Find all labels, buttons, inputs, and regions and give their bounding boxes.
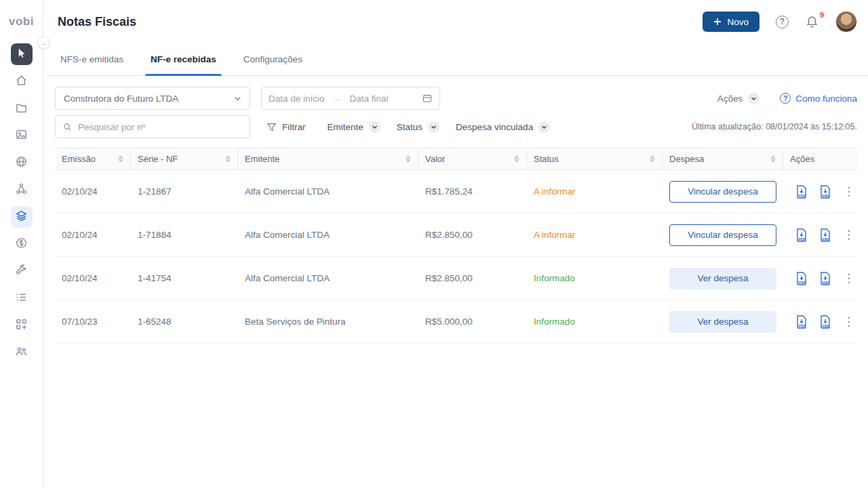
- column-header-serie-nf[interactable]: Série - NF: [131, 148, 238, 169]
- globe-icon: [15, 155, 28, 171]
- cell-emissao: 02/10/24: [55, 230, 131, 240]
- download-xml-icon[interactable]: XML: [818, 184, 833, 199]
- help-icon[interactable]: ?: [776, 16, 789, 28]
- sidebar-item-globe[interactable]: [11, 152, 33, 174]
- status-badge: A informar: [527, 230, 663, 240]
- vincular-despesa-button[interactable]: Vincular despesa: [669, 181, 776, 203]
- funnel-icon: [267, 122, 277, 132]
- cell-valor: R$5.000,00: [418, 317, 527, 327]
- table-header-row: Emissão Série - NF Emitente Valor Status…: [55, 148, 857, 170]
- cell-emissao: 07/10/23: [55, 317, 131, 327]
- vobi-logo: vobi: [9, 0, 34, 43]
- svg-text:PDF: PDF: [798, 323, 806, 327]
- home-icon: [15, 74, 28, 89]
- row-menu-icon[interactable]: ⋮: [842, 272, 856, 284]
- cell-valor: R$2.850,00: [418, 273, 527, 283]
- new-button[interactable]: Novo: [703, 12, 760, 32]
- cell-serie-nf: 1-21867: [131, 186, 238, 197]
- column-header-emitente[interactable]: Emitente: [238, 148, 418, 169]
- svg-text:XML: XML: [822, 193, 830, 197]
- wrench-icon: [15, 264, 28, 279]
- status-badge: A informar: [527, 186, 663, 197]
- cell-valor: R$1.785,24: [418, 186, 527, 197]
- last-update-text: Última atualização: 08/01/2024 às 15:12:…: [692, 122, 857, 131]
- sidebar-expand-toggle[interactable]: →: [37, 37, 50, 49]
- download-pdf-icon[interactable]: PDF: [794, 314, 809, 329]
- search-box: [55, 115, 250, 138]
- search-input[interactable]: [78, 122, 243, 132]
- column-header-despesa[interactable]: Despesa: [663, 148, 783, 169]
- chevron-down-icon: [428, 121, 439, 133]
- arrow-right-icon: →: [40, 39, 47, 47]
- sort-icon: [406, 155, 411, 163]
- row-menu-icon[interactable]: ⋮: [842, 316, 856, 327]
- apps-plus-icon: [15, 318, 28, 333]
- download-pdf-icon[interactable]: PDF: [794, 228, 809, 243]
- sidebar-item-gallery[interactable]: [11, 125, 33, 146]
- download-pdf-icon[interactable]: PDF: [794, 184, 809, 199]
- sidebar-item-users[interactable]: [11, 342, 33, 363]
- svg-text:PDF: PDF: [798, 193, 806, 197]
- sidebar-item-home[interactable]: [11, 70, 33, 92]
- sidebar-item-notas-fiscais-hovered[interactable]: [11, 43, 33, 65]
- sidebar-item-apps-add[interactable]: [11, 314, 33, 336]
- emitente-dropdown[interactable]: Emitente: [328, 121, 380, 133]
- status-dropdown[interactable]: Status: [397, 121, 439, 133]
- user-avatar[interactable]: [835, 11, 857, 33]
- status-badge: Informado: [527, 273, 663, 283]
- chevron-down-icon: [369, 121, 380, 133]
- sidebar-item-checklist[interactable]: [11, 287, 33, 309]
- new-button-label: Novo: [727, 17, 749, 27]
- table-row: 02/10/24 1-71884 Alfa Comercial LTDA R$2…: [55, 214, 857, 257]
- tab-nfe-recebidas[interactable]: NF-e recebidas: [151, 43, 216, 75]
- row-menu-icon[interactable]: ⋮: [842, 186, 856, 197]
- date-start-placeholder: Data de início: [269, 94, 325, 104]
- sort-icon: [514, 155, 519, 163]
- sidebar-item-finance[interactable]: [11, 233, 33, 255]
- notification-badge: 9: [820, 11, 824, 19]
- row-menu-icon[interactable]: ⋮: [842, 229, 856, 241]
- filtrar-button[interactable]: Filtrar: [267, 122, 306, 132]
- sidebar-item-notas-fiscais[interactable]: [11, 206, 33, 228]
- download-pdf-icon[interactable]: PDF: [794, 271, 809, 286]
- svg-text:XML: XML: [822, 237, 830, 241]
- cell-emissao: 02/10/24: [55, 186, 131, 197]
- column-header-emissao[interactable]: Emissão: [55, 148, 131, 169]
- column-header-status[interactable]: Status: [527, 148, 663, 169]
- search-icon: [62, 122, 73, 132]
- chevron-down-icon: [234, 95, 241, 102]
- column-header-valor[interactable]: Valor: [418, 148, 527, 169]
- layers-icon: [15, 209, 28, 225]
- question-circle-icon: ?: [780, 93, 791, 104]
- sidebar-item-files[interactable]: [11, 98, 33, 119]
- cell-serie-nf: 1-41754: [131, 273, 238, 283]
- tab-nfse-emitidas[interactable]: NFS-e emitidas: [60, 43, 123, 75]
- vincular-despesa-button[interactable]: Vincular despesa: [669, 224, 776, 246]
- acoes-label: Ações: [717, 94, 743, 104]
- como-funciona-link[interactable]: ? Como funciona: [780, 93, 857, 104]
- despesa-vinculada-dropdown[interactable]: Despesa vinculada: [456, 121, 550, 133]
- svg-text:XML: XML: [822, 323, 830, 327]
- svg-text:PDF: PDF: [798, 280, 806, 284]
- como-funciona-label: Como funciona: [795, 94, 857, 104]
- cursor-icon: [15, 47, 28, 62]
- date-range-picker[interactable]: Data de início → Data final: [261, 87, 440, 110]
- notifications-button[interactable]: 9: [805, 15, 819, 29]
- sidebar-item-tools[interactable]: [11, 260, 33, 282]
- ver-despesa-button[interactable]: Ver despesa: [669, 311, 776, 333]
- download-xml-icon[interactable]: XML: [818, 228, 833, 243]
- sort-icon: [770, 155, 776, 163]
- download-xml-icon[interactable]: XML: [818, 314, 833, 329]
- tab-configuracoes[interactable]: Configurações: [243, 43, 302, 75]
- ver-despesa-button[interactable]: Ver despesa: [669, 268, 776, 289]
- page-title: Notas Fiscais: [58, 15, 136, 29]
- sidebar-item-hierarchy[interactable]: [11, 179, 33, 201]
- download-xml-icon[interactable]: XML: [818, 271, 833, 286]
- arrow-right-icon: →: [333, 94, 342, 104]
- folder-icon: [15, 101, 28, 117]
- cell-emitente: Alfa Comercial LTDA: [238, 186, 418, 197]
- filtrar-label: Filtrar: [282, 122, 306, 132]
- acoes-dropdown[interactable]: Ações: [717, 93, 760, 104]
- company-select[interactable]: Construtora do Futuro LTDA: [55, 87, 250, 110]
- calendar-icon: [422, 93, 433, 104]
